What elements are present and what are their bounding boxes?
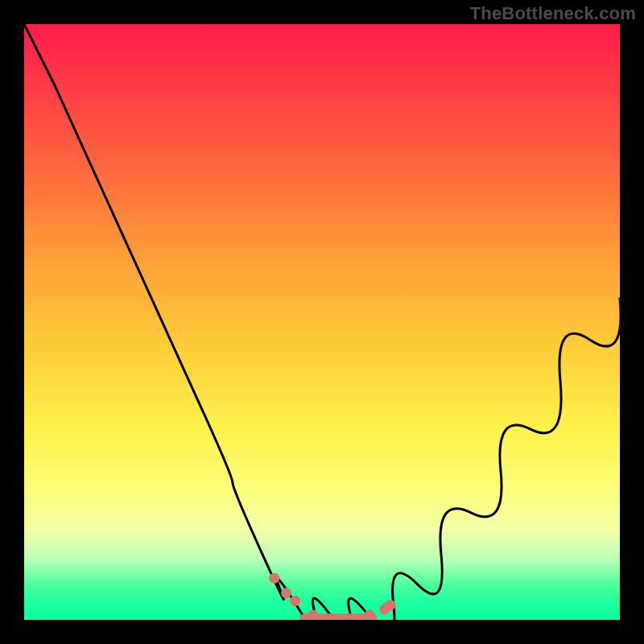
highlight-dot — [290, 596, 300, 606]
highlight-dot — [308, 610, 318, 620]
highlight-dot — [365, 610, 375, 620]
chart-frame: TheBottleneck.com — [0, 0, 644, 644]
chart-plot-area — [24, 24, 620, 620]
bottleneck-curve — [24, 24, 620, 620]
watermark-text: TheBottleneck.com — [470, 3, 636, 24]
chart-svg — [24, 24, 620, 620]
highlight-dot — [269, 573, 279, 584]
highlight-markers — [269, 573, 395, 620]
highlight-dot — [281, 588, 291, 598]
highlight-dot — [386, 600, 396, 610]
